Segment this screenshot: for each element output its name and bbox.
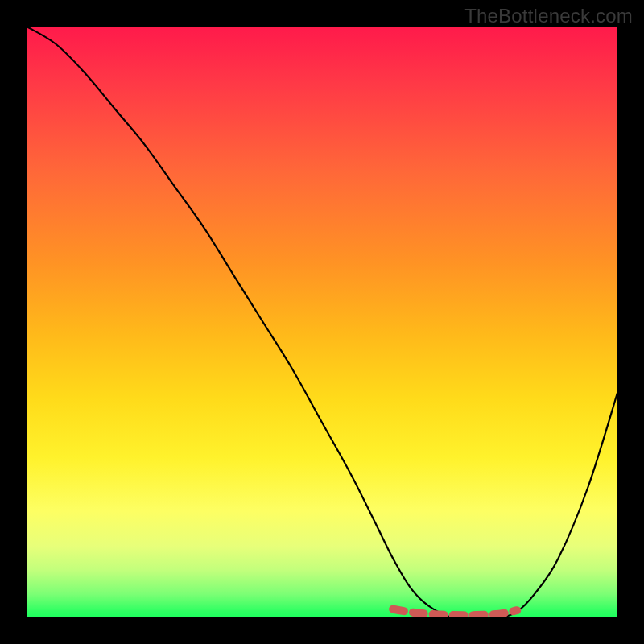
chart-frame: TheBottleneck.com — [0, 0, 644, 644]
curve-layer — [27, 27, 617, 617]
bottleneck-curve — [27, 27, 617, 617]
optimal-range-marker — [393, 609, 517, 616]
plot-area — [27, 27, 617, 617]
watermark-text: TheBottleneck.com — [464, 5, 633, 27]
